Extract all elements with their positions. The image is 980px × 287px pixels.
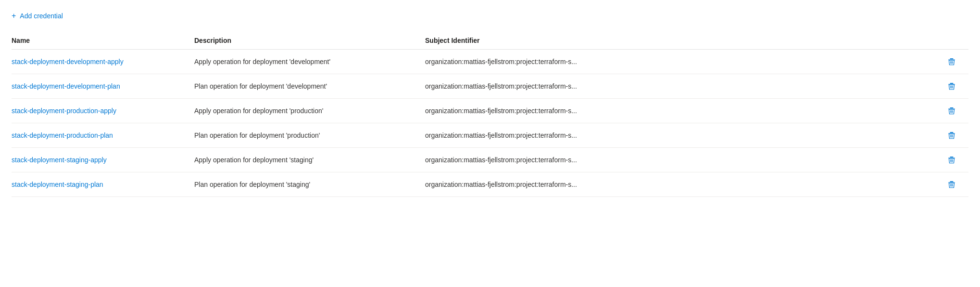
credential-name-cell: stack-deployment-development-plan (12, 74, 194, 99)
credential-name-link[interactable]: stack-deployment-production-apply (12, 107, 116, 115)
credential-name-link[interactable]: stack-deployment-staging-apply (12, 156, 107, 164)
svg-rect-20 (948, 158, 955, 158)
trash-icon (947, 131, 956, 140)
credential-action-cell (945, 99, 968, 123)
credential-subject-identifier-cell: organization:mattias-fjellstrom:project:… (425, 50, 945, 74)
credential-name-link[interactable]: stack-deployment-development-apply (12, 58, 124, 65)
delete-credential-button[interactable] (945, 178, 958, 191)
svg-rect-5 (948, 84, 955, 85)
credential-name-cell: stack-deployment-staging-plan (12, 172, 194, 197)
column-header-description: Description (194, 32, 425, 50)
svg-rect-21 (950, 157, 954, 157)
credential-description-cell: Plan operation for deployment 'staging' (194, 172, 425, 197)
add-credential-button[interactable]: + Add credential (12, 8, 63, 24)
credential-action-cell (945, 50, 968, 74)
credential-description-cell: Apply operation for deployment 'staging' (194, 148, 425, 172)
table-row: stack-deployment-production-applyApply o… (12, 99, 968, 123)
svg-rect-25 (948, 183, 955, 183)
column-header-actions (945, 32, 968, 50)
svg-rect-0 (948, 60, 955, 60)
plus-icon: + (12, 12, 16, 20)
delete-credential-button[interactable] (945, 129, 958, 142)
credential-subject-identifier-cell: organization:mattias-fjellstrom:project:… (425, 123, 945, 148)
credential-subject-identifier-cell: organization:mattias-fjellstrom:project:… (425, 99, 945, 123)
svg-rect-26 (950, 181, 954, 182)
svg-rect-10 (948, 109, 955, 109)
credential-action-cell (945, 148, 968, 172)
credential-name-cell: stack-deployment-production-apply (12, 99, 194, 123)
credential-description-cell: Plan operation for deployment 'productio… (194, 123, 425, 148)
credential-name-cell: stack-deployment-staging-apply (12, 148, 194, 172)
credential-subject-identifier-cell: organization:mattias-fjellstrom:project:… (425, 172, 945, 197)
credential-description-cell: Apply operation for deployment 'producti… (194, 99, 425, 123)
credential-name-link[interactable]: stack-deployment-production-plan (12, 131, 113, 139)
trash-icon (947, 156, 956, 164)
svg-rect-1 (950, 58, 954, 59)
credential-description-cell: Apply operation for deployment 'developm… (194, 50, 425, 74)
delete-credential-button[interactable] (945, 104, 958, 117)
delete-credential-button[interactable] (945, 80, 958, 92)
trash-icon (947, 82, 956, 91)
table-row: stack-deployment-production-planPlan ope… (12, 123, 968, 148)
trash-icon (947, 57, 956, 66)
credential-action-cell (945, 74, 968, 99)
credentials-table: Name Description Subject Identifier stac… (12, 32, 968, 197)
add-credential-label: Add credential (20, 12, 63, 20)
credential-action-cell (945, 172, 968, 197)
column-header-subject-identifier: Subject Identifier (425, 32, 945, 50)
delete-credential-button[interactable] (945, 55, 958, 68)
delete-credential-button[interactable] (945, 154, 958, 166)
table-row: stack-deployment-staging-applyApply oper… (12, 148, 968, 172)
svg-rect-15 (948, 133, 955, 134)
table-row: stack-deployment-development-planPlan op… (12, 74, 968, 99)
credential-subject-identifier-cell: organization:mattias-fjellstrom:project:… (425, 74, 945, 99)
table-row: stack-deployment-development-applyApply … (12, 50, 968, 74)
svg-rect-11 (950, 107, 954, 108)
credential-name-cell: stack-deployment-production-plan (12, 123, 194, 148)
table-header-row: Name Description Subject Identifier (12, 32, 968, 50)
credential-name-link[interactable]: stack-deployment-staging-plan (12, 181, 103, 188)
credential-name-cell: stack-deployment-development-apply (12, 50, 194, 74)
credential-subject-identifier-cell: organization:mattias-fjellstrom:project:… (425, 148, 945, 172)
credential-description-cell: Plan operation for deployment 'developme… (194, 74, 425, 99)
credential-name-link[interactable]: stack-deployment-development-plan (12, 82, 120, 90)
trash-icon (947, 180, 956, 189)
svg-rect-6 (950, 83, 954, 84)
column-header-name: Name (12, 32, 194, 50)
trash-icon (947, 106, 956, 115)
table-row: stack-deployment-staging-planPlan operat… (12, 172, 968, 197)
credential-action-cell (945, 123, 968, 148)
svg-rect-16 (950, 132, 954, 133)
